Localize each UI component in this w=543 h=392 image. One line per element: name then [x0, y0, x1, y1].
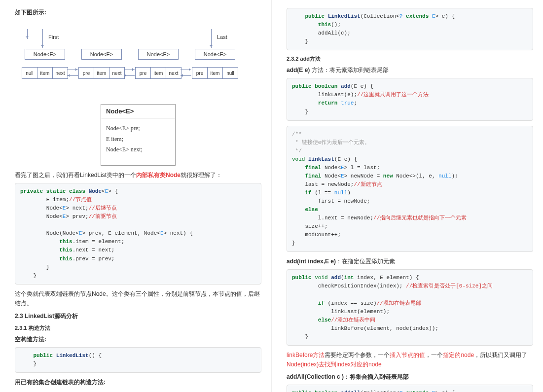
node-class-summary: 这个类就代表双端链表的节点Node。这个类有三个属性，分别是前驱节点，本节点的值… — [15, 289, 261, 308]
first-arrow — [42, 29, 43, 48]
code-add-e: public boolean add(E e) { linkLast(e);//… — [287, 78, 533, 120]
cells-2: pre item next — [78, 67, 125, 79]
node-class-title: Node<E> — [101, 105, 175, 118]
addall-desc: addAll(Collection c )：将集合插入到链表尾部 — [287, 372, 533, 382]
node-box-4: Node<E> — [195, 49, 235, 60]
add-e-desc: add(E e) 方法：将元素添加到链表尾部 — [287, 66, 533, 75]
last-label: Last — [217, 34, 227, 40]
lb-a: linkBefore方法 — [287, 352, 325, 358]
cells-1: null item next — [22, 67, 68, 79]
code-add-index: public void add(int index, E element) { … — [287, 269, 533, 345]
cell: item — [151, 68, 166, 78]
fwd-arrow-2 — [124, 70, 135, 70]
node-class-box: Node<E> Node<E> pre; E item; Node<E> nex… — [101, 104, 176, 166]
node-box-1: Node<E> — [25, 49, 65, 60]
intro-text: 如下图所示: — [15, 8, 261, 17]
heading-2-3-2: 2.3.2 add方法 — [287, 55, 533, 63]
add-index-sig: add(int index,E e) — [287, 258, 336, 265]
code-empty-ctor: public LinkedList() { } — [15, 347, 261, 373]
cell: next — [109, 68, 124, 78]
cells-4: pre item null — [192, 67, 238, 79]
cell: null — [22, 68, 37, 78]
code-linklast: /** * 链接使e作为最后一个元素。 */ void linkLast(E e… — [287, 126, 533, 252]
heading-2-3-1: 2.3.1 构造方法 — [15, 324, 261, 332]
code-collection-ctor: public LinkedList(Collection<? extends E… — [287, 8, 533, 50]
lb-e: 指定的node — [443, 352, 474, 358]
node-field-pre: Node<E> pre; — [106, 123, 170, 134]
back-arrow-2 — [124, 75, 135, 76]
add-index-desc: add(int index,E e)：在指定位置添加元素 — [287, 257, 533, 266]
cell: item — [37, 68, 53, 78]
cell: item — [208, 68, 223, 78]
lb-g: Node(index)去找到index对应的node — [287, 361, 382, 368]
code-addall: public boolean addAll(Collection<? exten… — [287, 385, 533, 392]
lb-d: ，一个 — [425, 352, 443, 358]
after-diagram-red: 内部私有类Node — [136, 172, 181, 178]
cells-3: pre item next — [135, 67, 181, 79]
node-field-next: Node<E> next; — [106, 144, 170, 155]
cell: pre — [79, 68, 94, 78]
after-diagram-text: 看完了图之后，我们再看LinkedList类中的一个内部私有类Node就很好理解… — [15, 171, 261, 180]
node-box-2: Node<E> — [81, 49, 122, 60]
node-class-body: Node<E> pre; E item; Node<E> next; — [101, 118, 175, 165]
cell: pre — [136, 68, 151, 78]
first-label: First — [48, 34, 59, 40]
add-index-text: ：在指定位置添加元素 — [336, 258, 395, 265]
node-box-3: Node<E> — [138, 49, 179, 60]
linkbefore-note: linkBefore方法需要给定两个参数，一个插入节点的值，一个指定的node，… — [287, 351, 533, 369]
empty-ctor-label: 空构造方法: — [15, 335, 261, 344]
lb-c: 插入节点的值 — [390, 352, 425, 358]
right-column: public LinkedList(Collection<? extends E… — [272, 0, 543, 392]
last-arrow — [211, 29, 212, 48]
after-diagram-a: 看完了图之后，我们再看LinkedList类中的一个 — [15, 172, 136, 178]
code-node-class: private static class Node<E> { E item;//… — [15, 183, 261, 285]
collection-ctor-label: 用已有的集合创建链表的构造方法: — [15, 378, 261, 387]
cell: pre — [192, 68, 208, 78]
after-diagram-b: 就很好理解了： — [181, 172, 222, 178]
heading-2-3: 2.3 LinkedList源码分析 — [15, 312, 261, 321]
page: 如下图所示: First Last Node<E> Node<E> Node<E… — [0, 0, 543, 392]
back-arrow-1 — [67, 75, 78, 76]
fwd-arrow-3 — [181, 70, 191, 70]
add-e-sig: add(E e) — [287, 67, 310, 73]
cell: null — [223, 68, 238, 78]
node-field-item: E item; — [106, 134, 170, 145]
cell: next — [166, 68, 181, 78]
add-e-text: 方法：将元素添加到链表尾部 — [310, 67, 388, 73]
lb-f: ，所以我们又调用了 — [474, 352, 527, 358]
back-arrow-3 — [181, 75, 191, 76]
lb-b: 需要给定两个参数，一个 — [325, 352, 390, 358]
cell: item — [94, 68, 109, 78]
left-column: 如下图所示: First Last Node<E> Node<E> Node<E… — [0, 0, 272, 392]
cell: next — [53, 68, 68, 78]
decorative-bar — [27, 29, 28, 39]
fwd-arrow-1 — [67, 70, 78, 70]
linked-list-diagram: First Last Node<E> Node<E> Node<E> Node<… — [15, 20, 261, 94]
